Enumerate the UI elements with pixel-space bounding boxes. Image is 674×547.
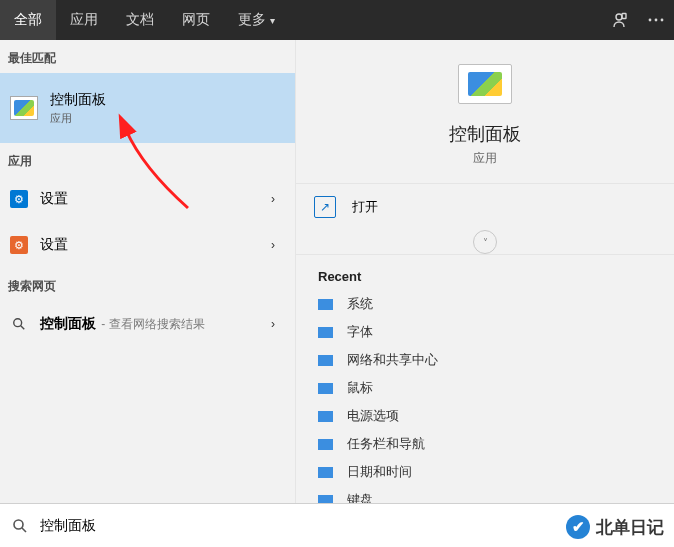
details-pane: 控制面板 应用 ↗ 打开 ˅ Recent 系统 字体 网络和共享中心 鼠标 电… xyxy=(295,40,674,504)
cpl-icon xyxy=(318,411,333,422)
recent-label: 网络和共享中心 xyxy=(347,351,438,369)
svg-line-6 xyxy=(21,326,25,330)
results-pane: 最佳匹配 控制面板 应用 应用 ⚙ 设置 › ⚙ 设置 › 搜索网页 控制面板 … xyxy=(0,40,295,504)
result-subtitle: 应用 xyxy=(50,111,106,126)
open-icon: ↗ xyxy=(314,196,336,218)
result-title: 设置 xyxy=(40,190,68,208)
svg-point-0 xyxy=(616,14,622,20)
section-web: 搜索网页 xyxy=(0,268,295,301)
watermark: ✔ 北单日记 xyxy=(566,515,664,539)
recent-header: Recent xyxy=(296,255,674,290)
tab-label: 文档 xyxy=(126,11,154,29)
chevron-down-icon: ▾ xyxy=(270,15,275,26)
gear-icon: ⚙ xyxy=(10,236,28,254)
recent-item[interactable]: 任务栏和导航 xyxy=(296,430,674,458)
cpl-icon xyxy=(318,327,333,338)
cpl-icon xyxy=(318,299,333,310)
chevron-right-icon: › xyxy=(271,317,275,331)
svg-rect-1 xyxy=(622,14,626,19)
web-search-result[interactable]: 控制面板 - 查看网络搜索结果 › xyxy=(0,301,295,347)
chevron-right-icon: › xyxy=(271,192,275,206)
svg-point-7 xyxy=(14,520,23,529)
tab-web[interactable]: 网页 xyxy=(168,0,224,40)
result-title: 设置 xyxy=(40,236,68,254)
svg-point-2 xyxy=(649,19,652,22)
svg-point-4 xyxy=(661,19,664,22)
svg-point-5 xyxy=(14,319,22,327)
gear-icon: ⚙ xyxy=(10,190,28,208)
app-result-settings-2[interactable]: ⚙ 设置 › xyxy=(0,222,295,268)
recent-item[interactable]: 网络和共享中心 xyxy=(296,346,674,374)
expand-button[interactable]: ˅ xyxy=(473,230,497,254)
recent-label: 鼠标 xyxy=(347,379,373,397)
tab-more[interactable]: 更多▾ xyxy=(224,0,289,40)
recent-item[interactable]: 电源选项 xyxy=(296,402,674,430)
cpl-icon xyxy=(318,383,333,394)
best-match-result[interactable]: 控制面板 应用 xyxy=(0,73,295,143)
action-label: 打开 xyxy=(352,198,378,216)
watermark-text: 北单日记 xyxy=(596,516,664,539)
app-result-settings-1[interactable]: ⚙ 设置 › xyxy=(0,176,295,222)
action-open[interactable]: ↗ 打开 xyxy=(296,183,674,230)
svg-point-3 xyxy=(655,19,658,22)
tab-label: 应用 xyxy=(70,11,98,29)
search-icon xyxy=(12,518,28,534)
recent-label: 系统 xyxy=(347,295,373,313)
top-filter-bar: 全部 应用 文档 网页 更多▾ xyxy=(0,0,674,40)
person-badge-icon xyxy=(612,12,628,28)
detail-kind: 应用 xyxy=(473,150,497,167)
more-options-button[interactable] xyxy=(638,0,674,40)
tab-docs[interactable]: 文档 xyxy=(112,0,168,40)
cpl-icon xyxy=(318,355,333,366)
result-title: 控制面板 xyxy=(50,91,106,109)
svg-line-8 xyxy=(22,528,26,532)
watermark-logo: ✔ xyxy=(566,515,590,539)
recent-item[interactable]: 字体 xyxy=(296,318,674,346)
recent-item[interactable]: 鼠标 xyxy=(296,374,674,402)
search-icon xyxy=(10,317,28,331)
cpl-icon xyxy=(318,439,333,450)
cpl-icon xyxy=(318,467,333,478)
tab-label: 网页 xyxy=(182,11,210,29)
chevron-down-icon: ˅ xyxy=(483,237,488,248)
recent-item[interactable]: 键盘 xyxy=(296,486,674,504)
result-title: 控制面板 - 查看网络搜索结果 xyxy=(40,315,205,333)
recent-label: 日期和时间 xyxy=(347,463,412,481)
recent-item[interactable]: 系统 xyxy=(296,290,674,318)
ellipsis-icon xyxy=(648,18,664,22)
control-panel-icon xyxy=(10,96,38,120)
control-panel-icon xyxy=(458,64,512,104)
tab-label: 全部 xyxy=(14,11,42,29)
section-best-match: 最佳匹配 xyxy=(0,40,295,73)
recent-item[interactable]: 日期和时间 xyxy=(296,458,674,486)
tab-apps[interactable]: 应用 xyxy=(56,0,112,40)
feedback-button[interactable] xyxy=(602,0,638,40)
chevron-right-icon: › xyxy=(271,238,275,252)
detail-title: 控制面板 xyxy=(449,122,521,146)
tab-all[interactable]: 全部 xyxy=(0,0,56,40)
section-apps: 应用 xyxy=(0,143,295,176)
recent-label: 任务栏和导航 xyxy=(347,435,425,453)
recent-label: 字体 xyxy=(347,323,373,341)
recent-label: 电源选项 xyxy=(347,407,399,425)
tab-label: 更多 xyxy=(238,11,266,29)
